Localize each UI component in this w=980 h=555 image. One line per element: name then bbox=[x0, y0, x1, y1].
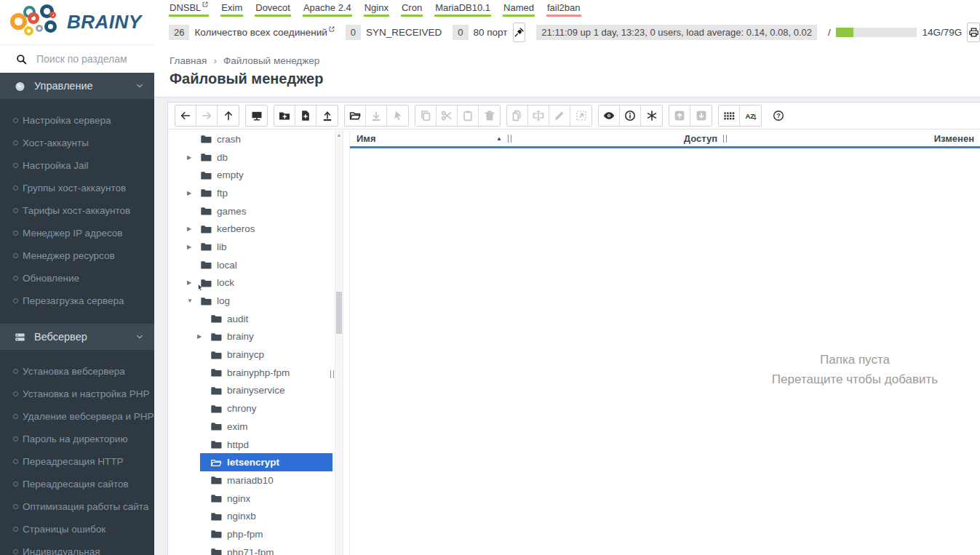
toplink-named[interactable]: Named bbox=[503, 2, 535, 17]
file-plus-button[interactable] bbox=[295, 105, 316, 126]
tree-item-body[interactable]: php71-fpm bbox=[200, 543, 332, 555]
tree-item-body[interactable]: mariadb10 bbox=[200, 471, 332, 490]
toplink-mariadb10-1[interactable]: MariaDB10.1 bbox=[434, 2, 491, 17]
column-header-0[interactable]: Имя▲ bbox=[356, 133, 511, 144]
sidebar-item-0-6[interactable]: Менеджер ресурсов bbox=[0, 244, 154, 267]
tree-item-body[interactable]: lock bbox=[190, 274, 332, 292]
tree-item-body[interactable]: letsencrypt bbox=[200, 453, 332, 471]
tree-item-kerberos[interactable]: ▶kerberos bbox=[168, 220, 332, 238]
tree-item-body[interactable]: nginx bbox=[200, 490, 332, 508]
sidebar-section-0[interactable]: Управление bbox=[0, 73, 154, 99]
tree-item-crash[interactable]: crash bbox=[168, 130, 332, 148]
tree-item-brainycp[interactable]: brainycp bbox=[168, 346, 332, 364]
sidebar-item-1-1[interactable]: Установка и настройка PHP bbox=[0, 383, 154, 405]
tree-item-body[interactable]: ftp bbox=[190, 184, 332, 202]
sidebar-item-1-2[interactable]: Удаление вебсервера и PHP bbox=[0, 405, 154, 428]
tree-item-body[interactable]: kerberos bbox=[190, 220, 332, 238]
grid-view-button[interactable] bbox=[719, 105, 740, 126]
tree-item-empty[interactable]: empty bbox=[168, 166, 332, 184]
sidebar-item-1-8[interactable]: Индивидуальная bbox=[0, 540, 154, 555]
scrollbar-thumb[interactable] bbox=[336, 292, 342, 334]
tree-item-lib[interactable]: ▶lib bbox=[168, 238, 332, 256]
arrow-up-button[interactable] bbox=[218, 105, 239, 126]
pane-resize-handle[interactable] bbox=[330, 370, 334, 378]
tree-item-db[interactable]: ▶db bbox=[168, 148, 332, 167]
tree-item-letsencrypt[interactable]: letsencrypt bbox=[168, 453, 332, 471]
print-button[interactable] bbox=[967, 23, 980, 42]
sidebar-item-0-4[interactable]: Тарифы хост-аккаунтов bbox=[0, 199, 154, 222]
tree-item-body[interactable]: audit bbox=[200, 310, 332, 328]
tree-item-body[interactable]: log bbox=[190, 292, 332, 310]
monitor-button[interactable] bbox=[246, 105, 267, 126]
tree-item-body[interactable]: httpd bbox=[200, 436, 332, 454]
upload-button[interactable] bbox=[316, 105, 338, 126]
connections-plug-button[interactable] bbox=[513, 23, 526, 42]
asterisk-button[interactable] bbox=[641, 105, 662, 126]
help-button[interactable]: ? bbox=[768, 105, 789, 126]
tree-item-lock[interactable]: ▶lock bbox=[168, 274, 332, 292]
tree-item-body[interactable]: empty bbox=[190, 166, 332, 184]
toplink-dnsbl[interactable]: DNSBL bbox=[169, 2, 209, 17]
tree-item-log[interactable]: ▼log bbox=[168, 292, 332, 310]
folder-open-button[interactable] bbox=[345, 105, 366, 126]
tree-item-local[interactable]: local bbox=[168, 256, 332, 274]
sidebar-item-0-1[interactable]: Хост-аккаунты bbox=[0, 132, 154, 154]
sidebar-item-1-4[interactable]: Переадресация HTTP bbox=[0, 450, 154, 473]
scroll-up-arrow-icon[interactable]: ▲ bbox=[335, 132, 343, 137]
sidebar-item-1-5[interactable]: Переадресация сайтов bbox=[0, 473, 154, 495]
sidebar-item-0-5[interactable]: Менеджер IP адресов bbox=[0, 222, 154, 244]
tree-item-body[interactable]: local bbox=[190, 256, 332, 274]
tree-item-body[interactable]: brainyphp-fpm bbox=[200, 364, 332, 382]
sidebar-item-1-3[interactable]: Пароль на директорию bbox=[0, 428, 154, 450]
tree-item-brainyphp-fpm[interactable]: brainyphp-fpm bbox=[168, 364, 332, 382]
sidebar-item-1-7[interactable]: Страницы ошибок bbox=[0, 518, 154, 540]
tree-item-body[interactable]: crash bbox=[190, 130, 332, 148]
search-input[interactable] bbox=[35, 52, 146, 65]
toplink-dovecot[interactable]: Dovecot bbox=[255, 2, 291, 17]
toplink-apache-2-4[interactable]: Apache 2.4 bbox=[303, 2, 352, 17]
sidebar-item-0-0[interactable]: Настройка сервера bbox=[0, 109, 154, 132]
tree-item-mariadb10[interactable]: mariadb10 bbox=[168, 471, 332, 490]
tree-item-body[interactable]: brainyservice bbox=[200, 382, 332, 400]
tree-item-body[interactable]: chrony bbox=[200, 399, 332, 418]
tree-item-brainyservice[interactable]: brainyservice bbox=[168, 382, 332, 400]
toplink-nginx[interactable]: Nginx bbox=[364, 2, 389, 17]
sidebar-section-1[interactable]: Вебсервер bbox=[0, 324, 154, 350]
tree-item-body[interactable]: db bbox=[190, 148, 332, 167]
folder-plus-button[interactable] bbox=[274, 105, 295, 126]
toplink-cron[interactable]: Cron bbox=[401, 2, 423, 17]
sidebar-item-1-0[interactable]: Установка вебсервера bbox=[0, 360, 154, 383]
sidebar-item-1-6[interactable]: Оптимизация работы сайта bbox=[0, 495, 154, 518]
tree-item-body[interactable]: php-fpm bbox=[200, 525, 332, 543]
toplink-fail2ban[interactable]: fail2ban bbox=[546, 2, 581, 17]
info-button[interactable] bbox=[620, 105, 641, 126]
tree-item-chrony[interactable]: chrony bbox=[168, 399, 332, 418]
tree-item-ftp[interactable]: ▶ftp bbox=[168, 184, 332, 202]
tree-item-nginxb[interactable]: nginxb bbox=[168, 507, 332, 525]
tree-item-httpd[interactable]: httpd bbox=[168, 436, 332, 454]
tree-item-games[interactable]: games bbox=[168, 202, 332, 220]
arrow-left-button[interactable] bbox=[175, 105, 196, 126]
tree-item-body[interactable]: brainycp bbox=[200, 346, 332, 364]
tree-item-php71-fpm[interactable]: php71-fpm bbox=[168, 543, 332, 555]
tree-item-exim[interactable]: exim bbox=[168, 418, 332, 436]
column-header-2[interactable]: Изменен bbox=[727, 133, 980, 144]
tree-item-body[interactable]: nginxb bbox=[200, 507, 332, 525]
sidebar-item-0-7[interactable]: Обновление bbox=[0, 267, 154, 290]
tree-item-audit[interactable]: audit bbox=[168, 310, 332, 328]
sidebar-item-0-2[interactable]: Настройка Jail bbox=[0, 154, 154, 177]
sidebar-item-0-3[interactable]: Группы хост-аккаунтов bbox=[0, 177, 154, 199]
tree-item-body[interactable]: exim bbox=[200, 418, 332, 436]
tree-item-body[interactable]: lib bbox=[190, 238, 332, 256]
sidebar-item-0-8[interactable]: Перезагрузка сервера bbox=[0, 290, 154, 312]
column-header-1[interactable]: Доступ bbox=[511, 133, 727, 144]
tree-scrollbar[interactable]: ▲ bbox=[335, 130, 343, 555]
breadcrumb-home[interactable]: Главная bbox=[170, 55, 207, 66]
eye-button[interactable] bbox=[599, 105, 620, 126]
tree-item-body[interactable]: games bbox=[190, 202, 332, 220]
tree-item-nginx[interactable]: nginx bbox=[168, 490, 332, 508]
tree-item-body[interactable]: brainy bbox=[200, 328, 332, 346]
tree-item-php-fpm[interactable]: php-fpm bbox=[168, 525, 332, 543]
sort-az-button[interactable]: AZ bbox=[740, 105, 761, 126]
connections-link[interactable]: Количество всех соединений bbox=[194, 27, 334, 38]
